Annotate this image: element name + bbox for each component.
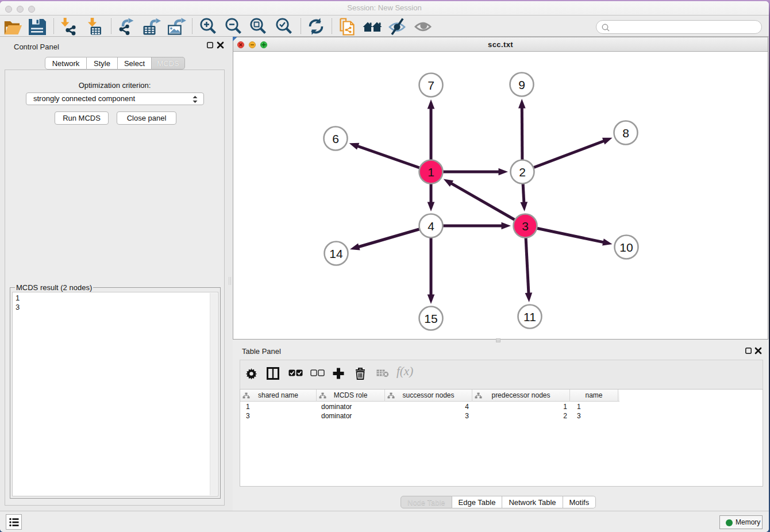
- svg-text:1: 1: [428, 165, 434, 179]
- svg-text:6: 6: [332, 132, 339, 145]
- svg-text:14: 14: [329, 247, 343, 260]
- svg-text:7: 7: [428, 79, 434, 92]
- svg-text:3: 3: [522, 219, 529, 233]
- svg-text:15: 15: [424, 312, 437, 325]
- svg-text:2: 2: [519, 165, 526, 179]
- svg-text:11: 11: [523, 310, 536, 323]
- svg-text:8: 8: [622, 126, 629, 140]
- svg-text:9: 9: [518, 78, 525, 91]
- svg-text:4: 4: [428, 219, 434, 233]
- svg-text:10: 10: [619, 241, 633, 254]
